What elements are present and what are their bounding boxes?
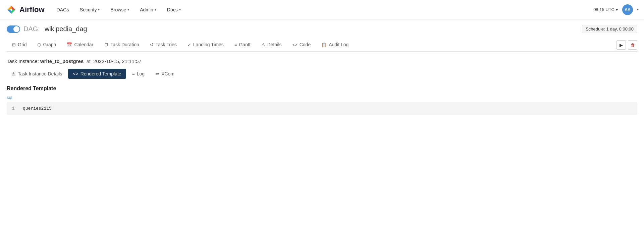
schedule-badge: Schedule: 1 day, 0:00:00: [582, 25, 637, 33]
tab-landing-times-label: Landing Times: [193, 42, 224, 47]
task-instance-prefix: Task Instance:: [7, 58, 39, 64]
nav-security-label: Security: [80, 7, 97, 12]
dag-header: DAG: wikipedia_dag Schedule: 1 day, 0:00…: [7, 25, 637, 33]
audit-log-icon: 📋: [321, 42, 327, 47]
sub-tab-task-instance-details-label: Task Instance Details: [18, 71, 62, 76]
sub-tabs: ⚠ Task Instance Details <> Rendered Temp…: [7, 69, 637, 79]
time-display[interactable]: 08:15 UTC ▾: [593, 7, 618, 12]
sql-label: sql: [7, 95, 637, 100]
sub-tab-xcom-label: XCom: [161, 71, 174, 76]
task-duration-icon: ⏱: [104, 42, 108, 47]
user-avatar[interactable]: AA: [622, 4, 633, 15]
landing-times-icon: ↙: [187, 42, 191, 47]
tab-details[interactable]: ⚠ Details: [256, 39, 287, 51]
dag-title: DAG: wikipedia_dag: [7, 25, 87, 33]
tab-grid[interactable]: ⊞ Grid: [7, 39, 32, 51]
code-line-number: 1: [12, 106, 17, 111]
avatar-chevron-icon: ▾: [637, 8, 639, 11]
dag-name: wikipedia_dag: [45, 25, 87, 33]
nav-browse[interactable]: Browse ▾: [106, 4, 133, 15]
sub-tab-xcom[interactable]: ⇌ XCom: [151, 69, 179, 79]
tab-calendar[interactable]: 📅 Calendar: [61, 39, 99, 51]
gantt-icon: ≡: [234, 42, 237, 47]
dag-toggle[interactable]: [7, 25, 20, 33]
nav-security[interactable]: Security ▾: [76, 4, 104, 15]
tab-audit-log[interactable]: 📋 Audit Log: [316, 39, 354, 51]
details-icon: ⚠: [261, 42, 265, 47]
run-button[interactable]: ▶: [616, 40, 626, 50]
sub-tab-log-label: Log: [137, 71, 145, 76]
sub-tab-rendered-template-label: Rendered Template: [80, 71, 121, 76]
main-content: DAG: wikipedia_dag Schedule: 1 day, 0:00…: [0, 19, 644, 120]
brand-name: Airflow: [19, 5, 45, 14]
nav-admin[interactable]: Admin ▾: [136, 4, 160, 15]
nav-dags-label: DAGs: [57, 7, 69, 12]
security-chevron-icon: ▾: [98, 8, 100, 11]
svg-point-1: [10, 9, 12, 11]
tab-gantt[interactable]: ≡ Gantt: [229, 39, 256, 51]
rendered-template-icon: <>: [73, 71, 78, 76]
tab-actions: ▶ 🗑: [616, 40, 637, 50]
calendar-icon: 📅: [67, 42, 72, 47]
time-chevron-icon: ▾: [616, 7, 618, 12]
navbar: Airflow DAGs Security ▾ Browse ▾ Admin ▾…: [0, 0, 644, 19]
code-icon: <>: [292, 42, 298, 47]
navbar-right: 08:15 UTC ▾ AA ▾: [593, 4, 639, 15]
tab-code[interactable]: <> Code: [287, 39, 316, 51]
nav-docs-label: Docs: [167, 7, 178, 12]
delete-icon: 🗑: [631, 43, 635, 48]
tabs-bar: ⊞ Grid ⬡ Graph 📅 Calendar ⏱ Task Duratio…: [7, 39, 637, 52]
code-content: queries2115: [23, 106, 52, 111]
nav-browse-label: Browse: [110, 7, 126, 12]
graph-icon: ⬡: [37, 42, 41, 47]
task-instance-timestamp: 2022-10-15, 21:11:57: [93, 58, 141, 64]
nav-dags[interactable]: DAGs: [53, 4, 73, 15]
sub-tab-task-instance-details[interactable]: ⚠ Task Instance Details: [7, 69, 67, 79]
airflow-logo-icon: [5, 4, 17, 16]
avatar-initials: AA: [625, 7, 630, 12]
rendered-template-title: Rendered Template: [7, 85, 637, 92]
nav-admin-label: Admin: [140, 7, 153, 12]
tab-details-label: Details: [267, 42, 282, 47]
sub-tab-log[interactable]: ≡ Log: [127, 69, 150, 79]
task-instance-details-icon: ⚠: [11, 71, 16, 76]
current-time: 08:15 UTC: [593, 7, 614, 12]
log-icon: ≡: [132, 71, 135, 76]
sub-tab-rendered-template[interactable]: <> Rendered Template: [68, 69, 126, 79]
grid-icon: ⊞: [12, 42, 16, 47]
tab-task-duration[interactable]: ⏱ Task Duration: [99, 39, 145, 51]
admin-chevron-icon: ▾: [155, 8, 156, 11]
tab-landing-times[interactable]: ↙ Landing Times: [182, 39, 229, 51]
docs-chevron-icon: ▾: [179, 8, 181, 11]
tab-code-label: Code: [300, 42, 311, 47]
task-instance-header: Task Instance: write_to_postgres at 2022…: [7, 58, 637, 64]
delete-button[interactable]: 🗑: [628, 40, 637, 50]
tab-task-tries[interactable]: ↺ Task Tries: [145, 39, 182, 51]
xcom-icon: ⇌: [155, 71, 159, 76]
brand-logo[interactable]: Airflow: [5, 4, 45, 16]
task-instance-name: write_to_postgres: [40, 58, 84, 64]
task-tries-icon: ↺: [150, 42, 154, 47]
tab-audit-log-label: Audit Log: [329, 42, 348, 47]
code-block: 1 queries2115: [7, 102, 637, 115]
browse-chevron-icon: ▾: [127, 8, 129, 11]
task-instance-at: at: [86, 58, 91, 64]
tab-task-tries-label: Task Tries: [156, 42, 177, 47]
tab-grid-label: Grid: [18, 42, 26, 47]
tab-graph[interactable]: ⬡ Graph: [32, 39, 61, 51]
tab-calendar-label: Calendar: [74, 42, 93, 47]
run-icon: ▶: [620, 43, 623, 48]
dag-label: DAG:: [23, 25, 40, 33]
tab-gantt-label: Gantt: [239, 42, 250, 47]
tab-graph-label: Graph: [43, 42, 56, 47]
tab-task-duration-label: Task Duration: [110, 42, 139, 47]
nav-docs[interactable]: Docs ▾: [163, 4, 185, 15]
